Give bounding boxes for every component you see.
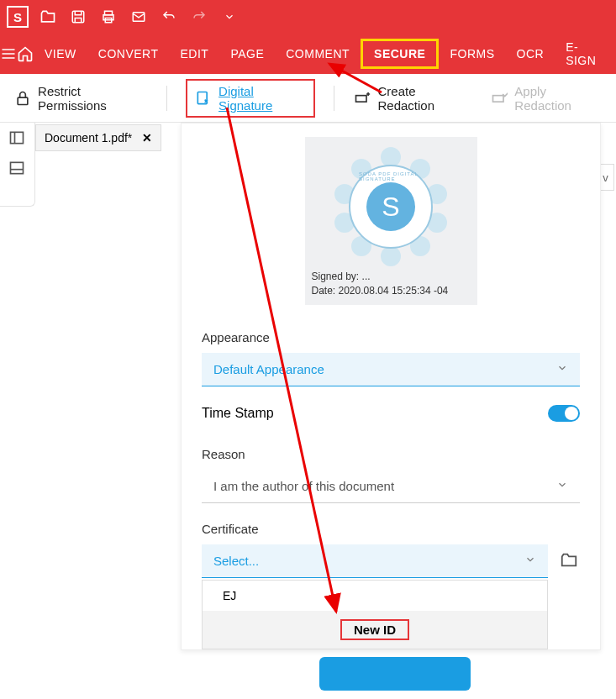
digital-signature-label: Digital Signature	[218, 84, 307, 113]
certificate-options-list: EJ New ID	[202, 580, 548, 649]
appearance-value: Default Appearance	[213, 362, 324, 376]
tab-strip: Document 1.pdf* ✕	[35, 123, 161, 153]
redaction-create-icon	[353, 89, 371, 108]
apply-redaction-button: Apply Redaction	[490, 84, 603, 113]
menu-bar: VIEW CONVERT EDIT PAGE COMMENT SECURE FO…	[0, 34, 616, 74]
time-stamp-row: Time Stamp	[202, 405, 580, 422]
menu-batch[interactable]: BAT	[607, 34, 616, 74]
document-tab-title: Document 1.pdf*	[45, 131, 132, 145]
signed-by-text: Signed by: ...	[312, 270, 471, 284]
app-logo[interactable]: S	[7, 6, 29, 28]
signature-icon	[194, 89, 212, 108]
menu-forms[interactable]: FORMS	[439, 34, 505, 74]
redo-icon	[188, 6, 210, 28]
svg-rect-8	[492, 95, 503, 102]
apply-redaction-label: Apply Redaction	[514, 84, 603, 113]
undo-icon[interactable]	[158, 6, 180, 28]
signature-seal: SODA PDF DIGITAL SIGNATURE S	[336, 152, 445, 261]
menu-ocr[interactable]: OCR	[506, 34, 555, 74]
signed-date-text: Date: 2020.08.04 15:25:34 -04	[312, 284, 471, 298]
svg-rect-7	[355, 95, 366, 102]
menu-page[interactable]: PAGE	[219, 34, 275, 74]
signature-preview: SODA PDF DIGITAL SIGNATURE S Signed by: …	[305, 137, 477, 305]
print-icon[interactable]	[97, 6, 119, 28]
close-tab-icon[interactable]: ✕	[142, 131, 152, 145]
title-bar: S	[0, 0, 616, 34]
digital-signature-button[interactable]: Digital Signature	[186, 79, 315, 118]
reason-value: I am the author of this document	[213, 479, 394, 493]
action-button-partial[interactable]	[319, 657, 471, 691]
svg-rect-0	[72, 11, 84, 23]
panel-toggle-left-icon[interactable]	[8, 129, 27, 148]
panel-toggle-bottom-icon[interactable]	[8, 160, 27, 178]
certificate-label: Certificate	[202, 522, 580, 536]
menu-edit[interactable]: EDIT	[169, 34, 219, 74]
time-stamp-label: Time Stamp	[202, 406, 274, 421]
new-id-label: New ID	[340, 619, 409, 640]
menu-comment[interactable]: COMMENT	[275, 34, 361, 74]
create-redaction-button[interactable]: Create Redaction	[353, 84, 471, 113]
document-tab[interactable]: Document 1.pdf* ✕	[35, 124, 161, 151]
appearance-dropdown[interactable]: Default Appearance	[202, 353, 580, 386]
restrict-permissions-button[interactable]: Restrict Permissions	[13, 84, 148, 113]
home-icon[interactable]	[17, 34, 34, 74]
menu-convert[interactable]: CONVERT	[87, 34, 170, 74]
separator	[166, 86, 167, 111]
svg-rect-10	[10, 162, 23, 173]
menu-secure[interactable]: SECURE	[361, 39, 439, 69]
svg-rect-9	[10, 132, 23, 143]
menu-esign[interactable]: E-SIGN	[555, 34, 607, 74]
seal-center-letter: S	[366, 182, 415, 231]
hamburger-icon[interactable]	[0, 34, 17, 74]
secure-toolbar: Restrict Permissions Digital Signature C…	[0, 74, 616, 123]
mail-icon[interactable]	[128, 6, 150, 28]
time-stamp-toggle[interactable]	[548, 405, 580, 422]
save-icon[interactable]	[67, 6, 89, 28]
certificate-placeholder: Select...	[213, 554, 259, 568]
svg-rect-5	[18, 97, 28, 104]
restrict-permissions-label: Restrict Permissions	[38, 84, 148, 113]
signature-meta: Signed by: ... Date: 2020.08.04 15:25:34…	[312, 270, 471, 298]
menu-view[interactable]: VIEW	[34, 34, 87, 74]
side-panel-toggles	[0, 123, 35, 207]
chevron-down-icon	[524, 554, 536, 568]
redaction-apply-icon	[490, 89, 508, 108]
reason-label: Reason	[202, 447, 580, 461]
open-icon[interactable]	[37, 6, 59, 28]
certificate-option[interactable]: EJ	[203, 581, 547, 611]
seal-ring-text: SODA PDF DIGITAL SIGNATURE	[359, 171, 431, 181]
app-header: S VIEW CONVERT EDIT PAGE	[0, 0, 616, 74]
more-dropdown-icon[interactable]	[218, 6, 240, 28]
chevron-down-icon	[556, 362, 568, 376]
digital-signature-panel: SODA PDF DIGITAL SIGNATURE S Signed by: …	[181, 123, 601, 650]
new-id-button[interactable]: New ID	[203, 611, 547, 649]
certificate-dropdown[interactable]: Select... EJ New ID	[202, 544, 548, 649]
browse-certificate-icon[interactable]	[560, 551, 580, 571]
create-redaction-label: Create Redaction	[378, 84, 472, 113]
reason-dropdown[interactable]: I am the author of this document	[202, 470, 580, 503]
appearance-label: Appearance	[202, 330, 580, 344]
lock-icon	[13, 89, 31, 108]
separator	[334, 86, 334, 111]
chevron-down-icon	[556, 479, 568, 493]
